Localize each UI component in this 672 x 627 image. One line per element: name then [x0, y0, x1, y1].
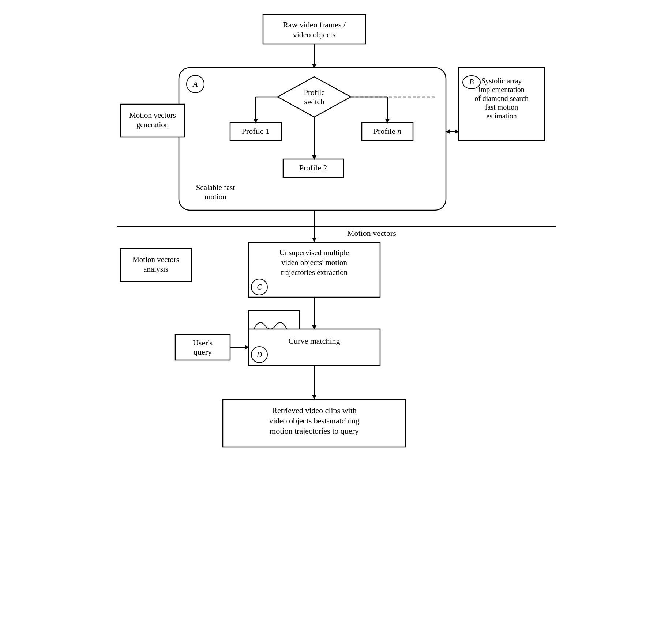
- svg-text:Scalable fast: Scalable fast: [196, 183, 235, 192]
- svg-text:Motion vectors: Motion vectors: [347, 228, 396, 238]
- svg-point-6: [187, 75, 204, 93]
- svg-marker-56: [312, 325, 316, 330]
- svg-rect-69: [223, 400, 406, 447]
- svg-marker-4: [312, 64, 316, 69]
- svg-text:query: query: [193, 347, 211, 356]
- svg-point-50: [251, 279, 267, 295]
- svg-text:Profile: Profile: [304, 88, 324, 97]
- svg-rect-0: [263, 15, 365, 44]
- svg-rect-49: [248, 242, 380, 297]
- svg-text:User's: User's: [192, 338, 212, 347]
- svg-rect-58: [248, 329, 380, 366]
- svg-marker-41: [445, 129, 450, 134]
- svg-text:Profile n: Profile n: [373, 126, 401, 136]
- svg-rect-46: [120, 249, 192, 282]
- svg-marker-44: [312, 238, 316, 242]
- svg-text:B: B: [469, 78, 473, 86]
- svg-marker-66: [245, 345, 249, 350]
- svg-text:implementation: implementation: [478, 86, 525, 94]
- svg-rect-57: [248, 311, 300, 340]
- svg-text:switch: switch: [304, 97, 324, 106]
- svg-text:video objects' motion: video objects' motion: [281, 258, 347, 267]
- svg-marker-24: [385, 119, 390, 124]
- svg-rect-5: [179, 68, 446, 210]
- svg-rect-62: [175, 335, 230, 360]
- svg-text:of diamond search: of diamond search: [474, 94, 529, 102]
- svg-text:Curve matching: Curve matching: [288, 336, 340, 345]
- svg-text:generation: generation: [136, 120, 169, 129]
- svg-text:D: D: [256, 351, 262, 359]
- svg-text:video objects best-matching: video objects best-matching: [269, 416, 359, 425]
- svg-text:Systolic array: Systolic array: [481, 77, 522, 85]
- svg-rect-15: [362, 122, 413, 141]
- svg-text:video objects: video objects: [293, 30, 335, 39]
- svg-rect-31: [459, 68, 545, 141]
- svg-text:motion trajectories to query: motion trajectories to query: [270, 426, 359, 435]
- svg-text:Raw video frames /: Raw video frames /: [283, 20, 346, 29]
- svg-text:A: A: [192, 79, 198, 88]
- svg-rect-28: [120, 104, 184, 137]
- svg-marker-21: [312, 155, 316, 160]
- svg-text:C: C: [257, 283, 262, 291]
- svg-marker-40: [455, 129, 459, 134]
- svg-point-32: [463, 76, 480, 89]
- svg-rect-13: [283, 159, 343, 177]
- svg-text:trajectories extraction: trajectories extraction: [281, 268, 348, 277]
- svg-marker-68: [312, 395, 316, 400]
- diagram-svg: Raw video frames / video objects A Profi…: [117, 11, 556, 614]
- svg-text:Profile 1: Profile 1: [241, 126, 269, 136]
- svg-text:Unsupervised multiple: Unsupervised multiple: [279, 248, 349, 257]
- svg-text:estimation: estimation: [486, 112, 517, 120]
- svg-text:analysis: analysis: [143, 265, 168, 273]
- svg-marker-8: [278, 77, 351, 117]
- svg-text:motion: motion: [204, 192, 226, 201]
- svg-text:Motion vectors: Motion vectors: [132, 255, 179, 264]
- svg-point-59: [251, 347, 267, 363]
- svg-rect-11: [230, 122, 281, 141]
- svg-text:Profile 2: Profile 2: [299, 163, 327, 172]
- diagram-container: Raw video frames / video objects A Profi…: [117, 11, 556, 614]
- svg-text:Motion vectors: Motion vectors: [129, 111, 176, 120]
- svg-marker-19: [254, 119, 258, 124]
- svg-text:Retrieved video clips with: Retrieved video clips with: [272, 406, 357, 415]
- svg-text:fast motion: fast motion: [485, 103, 518, 111]
